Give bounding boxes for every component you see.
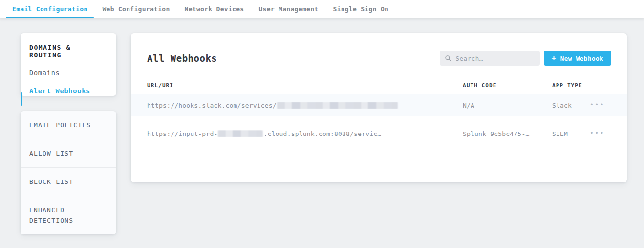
webhook-url-text: .cloud.splunk.com:8088/servic… [263,130,381,137]
tab-single-sign-on[interactable]: Single Sign On [325,0,396,18]
webhook-url-cell: https://hooks.slack.com/services/ [147,102,463,109]
table-row[interactable]: https://hooks.slack.com/services/ N/A Sl… [131,94,627,116]
plus-icon: + [552,54,557,62]
new-webhook-button-label: New Webhook [560,55,603,62]
content-area: DOMAINS & ROUTING Domains Alert Webhooks… [0,18,644,248]
auth-code-cell: N/A [463,102,552,109]
webhooks-panel: All Webhooks + New Webhook URL/URI [131,33,627,182]
sidebar-heading-domains-routing: DOMAINS & ROUTING [29,44,107,59]
page: Email Configuration Web Configuration Ne… [0,0,644,248]
tab-user-management[interactable]: User Management [251,0,325,18]
sidebar-item-allow-list[interactable]: ALLOW LIST [21,139,116,167]
webhook-url-text: https://hooks.slack.com/services/ [147,102,277,109]
column-header-app-type: APP TYPE [552,82,590,89]
top-navigation: Email Configuration Web Configuration Ne… [0,0,644,18]
webhook-url-text: https://input-prd- [147,130,217,137]
search-box[interactable] [440,51,540,66]
app-type-cell: SIEM [552,130,590,137]
sidebar-item-block-list[interactable]: BLOCK LIST [21,167,116,196]
more-actions-icon[interactable]: ••• [590,130,605,136]
auth-code-cell: Splunk 9c5bc475-… [463,130,552,137]
sidebar-sections-card: EMAIL POLICIES ALLOW LIST BLOCK LIST ENH… [21,111,116,234]
new-webhook-button[interactable]: + New Webhook [544,51,611,66]
column-header-url-uri: URL/URI [147,82,463,89]
webhooks-header: All Webhooks + New Webhook [131,33,627,66]
redacted-url-segment [218,130,263,137]
webhooks-table: URL/URI AUTH CODE APP TYPE https://hooks… [131,76,627,145]
tab-email-configuration[interactable]: Email Configuration [5,0,95,18]
sidebar-item-enhanced-detections[interactable]: ENHANCED DETECTIONS [21,196,116,234]
more-actions-icon[interactable]: ••• [590,101,605,108]
table-header-row: URL/URI AUTH CODE APP TYPE [131,76,627,94]
redacted-url-segment [277,102,398,109]
app-type-cell: Slack [552,102,590,109]
sidebar-item-alert-webhooks[interactable]: Alert Webhooks [29,87,107,95]
webhook-url-cell: https://input-prd-.cloud.splunk.com:8088… [147,130,463,137]
tab-network-devices[interactable]: Network Devices [177,0,252,18]
table-row[interactable]: https://input-prd-.cloud.splunk.com:8088… [131,122,627,145]
tab-web-configuration[interactable]: Web Configuration [95,0,177,18]
sidebar-item-email-policies[interactable]: EMAIL POLICIES [21,111,116,139]
search-icon [445,55,451,62]
column-header-auth-code: AUTH CODE [463,82,552,89]
sidebar-domains-routing-card: DOMAINS & ROUTING Domains Alert Webhooks [21,33,116,96]
page-title: All Webhooks [147,53,217,64]
sidebar-item-domains[interactable]: Domains [29,69,107,77]
search-input[interactable] [456,55,535,62]
active-item-indicator-bar [21,92,22,106]
